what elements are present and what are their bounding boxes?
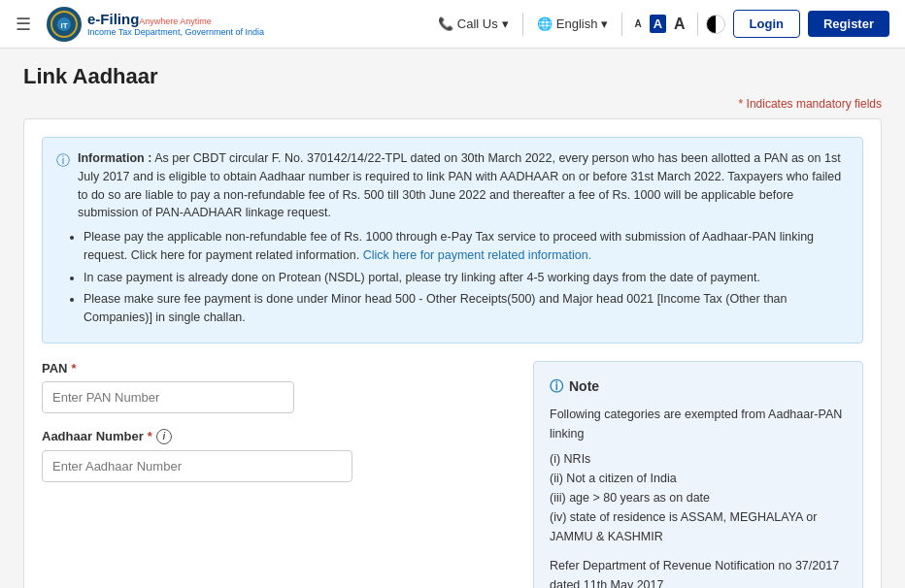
info-text: As per CBDT circular F. No. 370142/14/22… [78,151,841,219]
note-item-3: (iii) age > 80 years as on date [550,488,847,507]
header: ☰ IT e-FilingAnywhere Anytime Income Tax… [0,0,905,49]
aadhaar-required-star: * [148,429,152,443]
pan-input[interactable] [42,381,294,413]
font-size-controls: A A A [630,14,688,35]
note-body: Following categories are exempted from A… [550,405,847,588]
register-button[interactable]: Register [808,11,889,37]
info-bullet-2: In case payment is already done on Prote… [84,269,849,287]
logo-subtitle: Income Tax Department, Government of Ind… [87,27,264,37]
form-section: PAN * Aadhaar Number * i [42,361,514,498]
contrast-toggle[interactable] [706,15,725,34]
note-intro: Following categories are exempted from A… [550,405,847,443]
logo-area: IT e-FilingAnywhere Anytime Income Tax D… [47,7,264,42]
nav-divider-1 [522,13,523,36]
globe-icon: 🌐 [537,16,553,31]
nav-divider-2 [621,13,622,36]
login-button[interactable]: Login [733,10,800,38]
call-us-nav[interactable]: 📞 Call Us ▾ [432,16,515,31]
pan-required-star: * [71,361,76,376]
aadhaar-info-icon[interactable]: i [156,429,172,444]
note-header: ⓘ Note [550,376,847,397]
info-bullet-1: Please pay the applicable non-refundable… [84,228,849,265]
header-nav: 📞 Call Us ▾ 🌐 English ▾ A A A Login Regi… [432,10,889,38]
page-content: Link Aadhaar * Indicates mandatory field… [0,49,905,588]
note-title: Note [569,376,599,397]
info-label: Information : [78,151,151,165]
payment-info-link[interactable]: Click here for payment related informati… [363,248,592,262]
main-card: ⓘ Information : As per CBDT circular F. … [23,118,882,588]
font-medium-btn[interactable]: A [650,15,666,33]
note-item-4: (iv) state of residence is ASSAM, MEGHAL… [550,507,847,546]
page-title: Link Aadhaar [23,64,882,89]
aadhaar-label: Aadhaar Number * i [42,429,514,444]
info-box-header: ⓘ Information : As per CBDT circular F. … [56,149,849,222]
info-bullets: Please pay the applicable non-refundable… [84,228,849,327]
note-footer: Refer Department of Revenue Notification… [550,556,847,588]
note-section: ⓘ Note Following categories are exempted… [533,361,863,588]
logo-text-area: e-FilingAnywhere Anytime Income Tax Depa… [87,11,264,37]
aadhaar-field-group: Aadhaar Number * i [42,429,514,482]
info-box: ⓘ Information : As per CBDT circular F. … [42,137,863,343]
font-large-btn[interactable]: A [670,14,689,35]
note-box: ⓘ Note Following categories are exempted… [533,361,863,588]
language-nav[interactable]: 🌐 English ▾ [531,16,615,31]
mandatory-note: * Indicates mandatory fields [23,97,882,111]
logo-emblem: IT [47,7,82,42]
note-info-icon: ⓘ [550,376,563,397]
note-item-2: (ii) Not a citizen of India [550,469,847,488]
form-note-row: PAN * Aadhaar Number * i [42,361,863,588]
language-chevron: ▾ [601,16,608,31]
aadhaar-input[interactable] [42,450,352,482]
menu-icon[interactable]: ☰ [16,14,31,35]
nav-divider-3 [697,13,698,36]
logo-efiling-label: e-FilingAnywhere Anytime [87,11,264,27]
info-bullet-3: Please make sure fee payment is done und… [84,290,849,327]
pan-label: PAN * [42,361,514,376]
note-item-1: (i) NRIs [550,449,847,469]
info-icon: ⓘ [56,150,70,222]
phone-icon: 📞 [438,16,453,31]
svg-text:IT: IT [60,21,67,30]
call-us-chevron: ▾ [502,16,509,31]
pan-field-group: PAN * [42,361,514,413]
font-small-btn[interactable]: A [630,16,645,31]
